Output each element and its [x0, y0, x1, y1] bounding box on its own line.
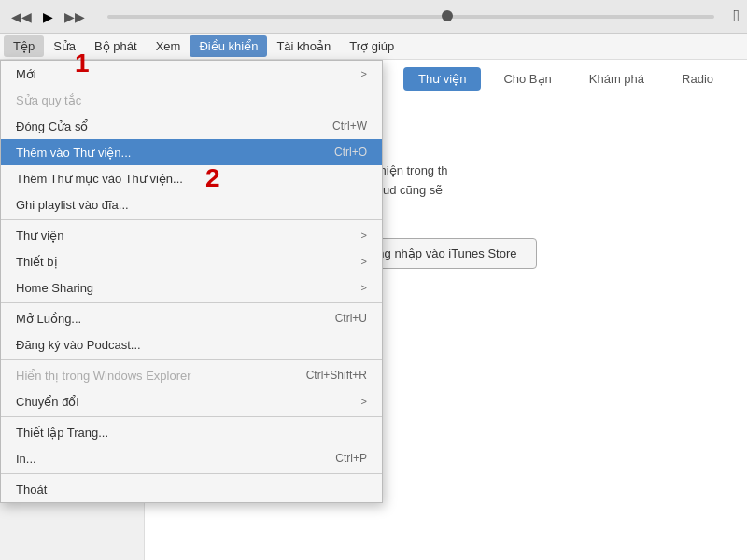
dropdown-label-open-stream: Mở Luồng... [16, 312, 81, 326]
dropdown-item-home-sharing[interactable]: Home Sharing > [1, 274, 382, 301]
dropdown-label-burn-playlist: Ghi playlist vào đĩa... [16, 198, 129, 212]
dropdown-label-close-window: Đóng Cửa sổ [16, 119, 88, 133]
dropdown-item-new[interactable]: Mới > [1, 61, 382, 87]
file-dropdown: Mới > Sửa quy tắc Đóng Cửa sổ Ctrl+W Thê… [0, 60, 383, 503]
separator-1 [1, 219, 382, 220]
title-bar: ◀◀ ▶ ▶▶  [0, 0, 747, 34]
dropdown-item-library[interactable]: Thư viện > [1, 222, 382, 248]
dropdown-label-add-library: Thêm vào Thư viện... [16, 146, 131, 160]
menu-item-view[interactable]: Xem [147, 35, 190, 57]
nav-btn-radio[interactable]: Radio [667, 67, 728, 91]
nav-btn-for-you[interactable]: Cho Bạn [488, 67, 566, 91]
dropdown-item-quit[interactable]: Thoát [1, 476, 382, 502]
dropdown-item-devices[interactable]: Thiết bị > [1, 248, 382, 274]
dropdown-item-show-explorer: Hiển thị trong Windows Explorer Ctrl+Shi… [1, 362, 382, 388]
dropdown-arrow-convert: > [361, 396, 367, 407]
menu-bar: Tệp Sửa Bộ phát Xem Điều khiển Tài khoản… [0, 34, 747, 60]
menu-item-controls[interactable]: Điều khiển [190, 35, 267, 57]
dropdown-item-subscribe-podcast[interactable]: Đăng ký vào Podcast... [1, 331, 382, 357]
separator-2 [1, 302, 382, 303]
dropdown-item-edit-rules: Sửa quy tắc [1, 87, 382, 113]
dropdown-shortcut-print: Ctrl+P [335, 452, 367, 465]
dropdown-label-add-folder: Thêm Thư mục vào Thư viện... [16, 172, 183, 186]
separator-3 [1, 359, 382, 360]
menu-item-help[interactable]: Trợ giúp [340, 35, 403, 57]
dropdown-label-home-sharing: Home Sharing [16, 281, 93, 295]
separator-5 [1, 473, 382, 474]
dropdown-arrow-library: > [361, 230, 367, 241]
apple-logo:  [733, 7, 740, 26]
progress-thumb[interactable] [442, 10, 453, 21]
dropdown-item-burn-playlist[interactable]: Ghi playlist vào đĩa... [1, 191, 382, 217]
dropdown-arrow-devices: > [361, 256, 367, 267]
menu-item-file[interactable]: Tệp [4, 35, 44, 57]
dropdown-item-add-folder[interactable]: Thêm Thư mục vào Thư viện... [1, 165, 382, 191]
prev-button[interactable]: ◀◀ [7, 7, 35, 26]
dropdown-item-add-library[interactable]: Thêm vào Thư viện... Ctrl+O [1, 139, 382, 165]
dropdown-arrow-new: > [361, 68, 367, 79]
progress-bar[interactable] [107, 15, 714, 19]
dropdown-label-library: Thư viện [16, 229, 63, 243]
dropdown-shortcut-show-explorer: Ctrl+Shift+R [306, 369, 367, 382]
transport-controls: ◀◀ ▶ ▶▶ [7, 7, 89, 26]
dropdown-item-convert[interactable]: Chuyển đổi > [1, 388, 382, 414]
dropdown-shortcut-add-library: Ctrl+O [334, 146, 367, 159]
nav-btn-library[interactable]: Thư viện [403, 67, 481, 91]
dropdown-shortcut-close: Ctrl+W [332, 119, 367, 133]
play-button[interactable]: ▶ [39, 7, 57, 26]
menu-item-edit[interactable]: Sửa [44, 35, 85, 57]
dropdown-label-edit-rules: Sửa quy tắc [16, 93, 81, 107]
dropdown-label-quit: Thoát [16, 483, 47, 497]
dropdown-shortcut-open-stream: Ctrl+U [335, 312, 367, 325]
dropdown-label-convert: Chuyển đổi [16, 395, 78, 409]
dropdown-item-print[interactable]: In... Ctrl+P [1, 445, 382, 471]
dropdown-label-print: In... [16, 452, 36, 466]
dropdown-item-close-window[interactable]: Đóng Cửa sổ Ctrl+W [1, 113, 382, 139]
dropdown-item-page-setup[interactable]: Thiết lập Trang... [1, 419, 382, 445]
menu-item-playback[interactable]: Bộ phát [85, 35, 147, 57]
next-button[interactable]: ▶▶ [61, 7, 89, 26]
dropdown-label-page-setup: Thiết lập Trang... [16, 426, 108, 440]
separator-4 [1, 416, 382, 417]
menu-item-account[interactable]: Tài khoản [267, 35, 340, 57]
dropdown-label-new: Mới [16, 67, 36, 81]
dropdown-item-open-stream[interactable]: Mở Luồng... Ctrl+U [1, 305, 382, 331]
dropdown-label-show-explorer: Hiển thị trong Windows Explorer [16, 369, 191, 383]
dropdown-label-devices: Thiết bị [16, 255, 58, 269]
nav-btn-browse[interactable]: Khám phá [574, 67, 659, 91]
dropdown-arrow-home-sharing: > [361, 282, 367, 293]
dropdown-label-subscribe-podcast: Đăng ký vào Podcast... [16, 338, 141, 352]
